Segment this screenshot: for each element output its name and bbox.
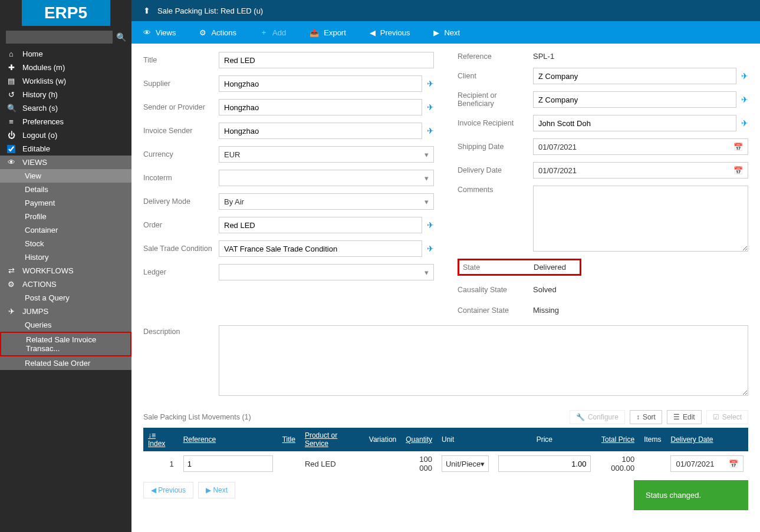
nav-history[interactable]: ↺History (h) [0,88,131,101]
jump-related-invoice[interactable]: Related Sale Invoice Transac... [0,332,131,356]
nav-search[interactable]: 🔍Search (s) [0,101,131,115]
container-state-value: Missing [533,306,559,315]
plane-icon[interactable]: ✈ [427,103,434,112]
delivery-mode-select[interactable]: By Air [219,193,434,210]
nav-worklists-label: Worklists (w) [22,77,66,85]
plane-icon[interactable]: ✈ [427,220,434,230]
plane-icon[interactable]: ✈ [741,95,748,104]
col-total-price[interactable]: Total Price [596,428,640,451]
menu-add[interactable]: ＋Add [248,21,298,44]
chevron-down-icon: ▾ [481,460,485,468]
nav-preferences-label: Preferences [22,117,64,126]
edit-button[interactable]: ☰Edit [667,410,702,424]
col-unit: Unit [437,428,493,451]
chevron-left-icon: ◀ [151,486,156,494]
delivery-date-label: Delivery Date [458,166,528,174]
list-title: Sale Packing List Movements (1) [143,413,570,421]
nav-editable[interactable]: Editable [0,142,131,156]
view-payment[interactable]: Payment [0,196,131,210]
movements-table: ↓≡ Index Reference Title Product or Serv… [143,428,748,476]
nav-preferences[interactable]: ≡Preferences [0,115,131,128]
editable-checkbox[interactable] [7,145,15,153]
menu-views[interactable]: 👁Views [131,21,187,44]
nav-home[interactable]: ⌂Home [0,47,131,61]
view-details[interactable]: Details [0,183,131,196]
sort-button[interactable]: ↕Sort [630,410,662,424]
plane-icon[interactable]: ✈ [427,126,434,136]
view-profile[interactable]: Profile [0,210,131,223]
jump-queries[interactable]: Queries [0,318,131,332]
col-index[interactable]: ↓≡ Index [143,428,179,451]
supplier-field[interactable] [219,75,422,92]
select-button[interactable]: ☑Select [706,410,748,424]
menu-previous[interactable]: ◀Previous [358,21,422,44]
list-icon: ▤ [7,77,15,85]
nav-modules[interactable]: ✚Modules (m) [0,61,131,74]
incoterm-label: Incoterm [143,174,214,182]
col-delivery-date[interactable]: Delivery Date [666,428,748,451]
recipient-field[interactable] [533,91,736,108]
client-field[interactable] [533,68,736,84]
invoice-recipient-field[interactable] [533,115,736,131]
col-reference[interactable]: Reference [179,428,278,451]
invoice-sender-field[interactable] [219,123,422,139]
col-product[interactable]: Product or Service [300,428,364,451]
cell-unit-select[interactable]: Unit/Piece▾ [442,455,489,472]
view-container[interactable]: Container [0,223,131,237]
incoterm-select[interactable] [219,170,434,186]
col-title[interactable]: Title [278,428,300,451]
view-view[interactable]: View [0,169,131,183]
currency-select[interactable]: EUR [219,146,434,163]
plane-icon: ✈ [7,307,15,316]
shuffle-icon: ⇄ [7,266,15,275]
cell-title [278,451,300,476]
plane-icon[interactable]: ✈ [741,71,748,81]
col-quantity[interactable]: Quantity [401,428,437,451]
menu-actions[interactable]: ⚙Actions [187,21,248,44]
plane-icon[interactable]: ✈ [741,118,748,128]
chevron-right-icon: ▶ [206,486,211,494]
search-button[interactable]: 🔍 [113,32,130,42]
pager-next[interactable]: ▶ Next [198,482,235,498]
search-icon: 🔍 [7,104,15,113]
menu-export[interactable]: 📤Export [298,21,358,44]
action-post-query[interactable]: Post a Query [0,291,131,305]
ledger-select[interactable] [219,264,434,280]
cell-price-input[interactable] [498,455,590,472]
view-history[interactable]: History [0,250,131,264]
description-field[interactable] [219,325,748,396]
chevron-right-icon: ▶ [433,28,439,37]
comments-field[interactable] [533,186,748,252]
nav-history-label: History (h) [22,90,58,99]
state-row: StateDelivered [458,259,581,276]
sender-field[interactable] [219,99,422,115]
views-header: 👁VIEWS [0,156,131,169]
order-field[interactable] [219,217,422,233]
nav-logout[interactable]: ⏻Logout (o) [0,128,131,142]
title-field[interactable] [219,52,434,68]
causality-value: Solved [533,285,557,294]
cell-delivery-date[interactable]: 01/07/2021📅 [670,455,743,472]
plane-icon[interactable]: ✈ [427,244,434,253]
jump-related-order[interactable]: Related Sale Order [0,356,131,370]
invoice-recipient-label: Invoice Recipient [458,119,528,127]
sliders-icon: ≡ [7,117,15,126]
plane-icon[interactable]: ✈ [427,79,434,88]
nav-worklists[interactable]: ▤Worklists (w) [0,74,131,88]
nav-logout-label: Logout (o) [22,131,57,140]
search-input[interactable] [6,31,113,44]
menu-next[interactable]: ▶Next [422,21,472,44]
up-icon[interactable]: ⬆ [143,6,150,15]
search-icon: 🔍 [116,32,126,42]
cell-product: Red LED [300,451,364,476]
recipient-label: Recipient or Beneficiary [458,91,528,108]
trade-condition-field[interactable] [219,240,422,257]
delivery-date-field[interactable]: 01/07/2021📅 [533,162,748,179]
cell-items [639,451,666,476]
view-stock[interactable]: Stock [0,237,131,250]
pager-previous[interactable]: ◀ Previous [143,482,193,498]
cell-reference-input[interactable] [183,455,273,472]
shipping-date-field[interactable]: 01/07/2021📅 [533,138,748,155]
configure-button[interactable]: 🔧Configure [570,410,625,424]
nav-home-label: Home [22,49,43,58]
